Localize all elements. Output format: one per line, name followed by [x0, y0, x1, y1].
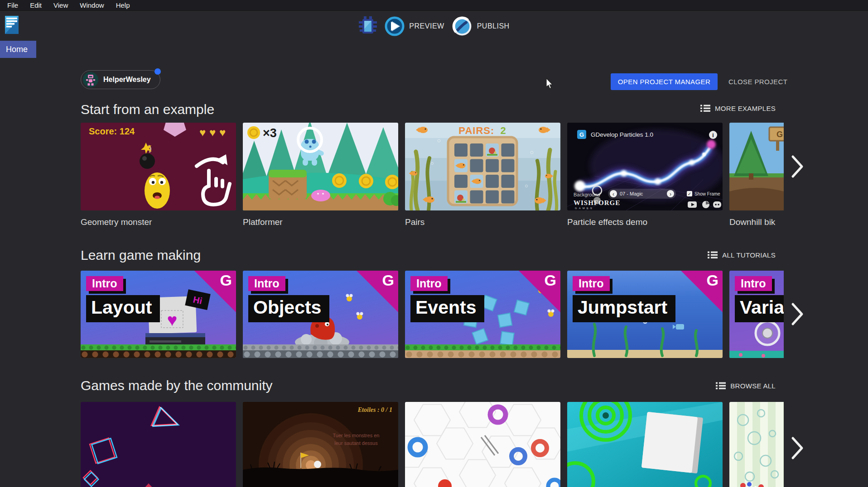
intro-badge: Intro [735, 276, 772, 291]
downhill-art: G [729, 123, 784, 210]
tab-home[interactable]: Home [0, 41, 36, 58]
menu-view[interactable]: View [48, 0, 74, 11]
play-circle-icon [385, 16, 405, 36]
platformer-art: ×3 [243, 123, 398, 210]
open-project-manager-button[interactable]: OPEN PROJECT MANAGER [611, 73, 718, 90]
pairs-value: 2 [500, 125, 506, 136]
geometry-monster-art: ♥ ♥ ♥ [81, 123, 236, 210]
tutorial-title: Events [410, 295, 484, 322]
tutorial-card-objects[interactable]: G Intro Objects [243, 271, 398, 358]
browse-all-button[interactable]: BROWSE ALL [716, 382, 776, 390]
chevron-right-icon [787, 434, 805, 462]
platformer-thumbnail: ×3 [243, 123, 398, 210]
pairs-thumbnail: PAIRS: 2 [405, 123, 560, 210]
coin-counter [247, 126, 260, 139]
teal-rings-thumbnail [567, 402, 723, 487]
hint-text: Tuer les monstres en [333, 433, 380, 438]
list-icon [700, 104, 710, 112]
tutorial-title: Variab [735, 295, 784, 322]
tutorial-labels: Intro Objects [248, 276, 329, 322]
prev-effect-icon: ‹ [612, 191, 614, 197]
preview-label: PREVIEW [409, 22, 444, 30]
menu-file[interactable]: File [1, 0, 24, 11]
example-card-downhill[interactable]: G Downhill bik [729, 123, 784, 227]
preview-button[interactable]: PREVIEW [385, 16, 444, 36]
menu-edit[interactable]: Edit [24, 0, 48, 11]
pairs-label: PAIRS: [458, 125, 494, 136]
publish-globe-icon [452, 16, 473, 37]
list-icon [716, 382, 726, 390]
community-card-1[interactable] [81, 402, 236, 487]
tutorial-card-variables[interactable]: +1 G Intro Variab [729, 271, 784, 358]
community-card-2[interactable]: Etoiles : 0 / 1 Tuer les monstres en leu… [243, 402, 398, 487]
gesture-hand-icon [197, 159, 230, 205]
coin-count-text: ×3 [263, 126, 277, 140]
svg-text:i: i [712, 132, 714, 138]
example-card-particle-effects[interactable]: G GDevelop Particles 1.0 i Background ‹ … [567, 123, 723, 227]
all-tutorials-label: ALL TUTORIALS [722, 251, 776, 259]
gdevelop-logo-icon: G [545, 272, 556, 289]
heart-icon: ♥ [219, 126, 226, 138]
examples-scroll-right-button[interactable] [787, 153, 805, 180]
toolbar: PREVIEW PUBLISH [0, 14, 868, 39]
tutorial-title: Jumpstart [573, 295, 675, 322]
show-frame-label: Show Frame [694, 191, 720, 196]
examples-card-row: Score: 124 ♥ ♥ ♥ [81, 123, 784, 227]
heart-icon: ♥ [209, 126, 216, 138]
card-title: Particle effects demo [567, 217, 723, 227]
intro-badge: Intro [410, 276, 448, 291]
community-card-row: Etoiles : 0 / 1 Tuer les monstres en leu… [81, 402, 784, 487]
publish-button[interactable]: PUBLISH [452, 16, 510, 37]
card-title: Platformer [243, 217, 398, 227]
gdevelop-logo-icon: G [382, 272, 394, 289]
gdevelop-window: File Edit View Window Help [0, 0, 868, 487]
chevron-right-icon [787, 301, 805, 328]
debugger-button[interactable] [358, 16, 377, 37]
neon-shapes-thumbnail [81, 402, 236, 487]
community-scroll-right-button[interactable] [787, 434, 805, 462]
bug-icon [358, 16, 377, 37]
tutorial-card-jumpstart[interactable]: G Intro Jumpstart [567, 271, 723, 358]
tutorials-card-row: ♥ Hi G Intro Layout [81, 271, 784, 358]
geometry-monster-thumbnail: Score: 124 ♥ ♥ ♥ [81, 123, 236, 210]
particle-effects-art: G GDevelop Particles 1.0 i Background ‹ … [567, 123, 723, 210]
intro-badge: Intro [86, 276, 123, 291]
list-icon [708, 251, 718, 259]
publish-label: PUBLISH [477, 22, 510, 30]
community-card-4[interactable] [567, 402, 723, 487]
tutorial-labels: Intro Jumpstart [573, 276, 675, 322]
browse-all-label: BROWSE ALL [730, 382, 776, 390]
objects-thumbnail: G Intro Objects [243, 271, 398, 358]
ground-strip [405, 344, 560, 358]
bee-icon [346, 294, 353, 302]
effect-name: 07 - Magic [620, 191, 643, 196]
examples-section-title: Start from an example [81, 102, 214, 117]
gdevelop-logo-icon: G [220, 272, 232, 289]
user-profile-chip[interactable]: HelperWesley [81, 70, 160, 89]
heart-icon: ♥ [199, 126, 206, 138]
all-tutorials-button[interactable]: ALL TUTORIALS [708, 251, 776, 259]
tutorial-card-layout[interactable]: ♥ Hi G Intro Layout [81, 271, 236, 358]
more-examples-button[interactable]: MORE EXAMPLES [700, 104, 776, 112]
bee-icon [357, 312, 363, 320]
close-project-button[interactable]: CLOSE PROJECT [724, 73, 792, 90]
hint-text: leur sautant dessus [334, 440, 378, 446]
ground-strip [243, 344, 398, 358]
downhill-thumbnail: G [729, 123, 784, 210]
next-effect-icon: › [670, 191, 671, 197]
community-card-5[interactable] [729, 402, 784, 487]
example-card-pairs[interactable]: PAIRS: 2 [405, 123, 560, 227]
tutorial-labels: Intro Events [410, 276, 484, 322]
gdevelop-logo-icon: G [707, 272, 719, 289]
tutorial-labels: Intro Layout [86, 276, 160, 322]
menu-window[interactable]: Window [74, 0, 110, 11]
example-card-platformer[interactable]: ×3 Platformer [243, 123, 398, 227]
example-card-geometry-monster[interactable]: Score: 124 ♥ ♥ ♥ [81, 123, 236, 227]
menu-help[interactable]: Help [110, 0, 136, 11]
notification-dot [154, 68, 161, 75]
community-section-title: Games made by the community [81, 378, 273, 393]
tutorial-card-events[interactable]: G Intro Events [405, 271, 560, 358]
heart-sprite: ♥ [167, 310, 178, 329]
tutorials-scroll-right-button[interactable] [787, 301, 805, 328]
community-card-3[interactable] [405, 402, 560, 487]
